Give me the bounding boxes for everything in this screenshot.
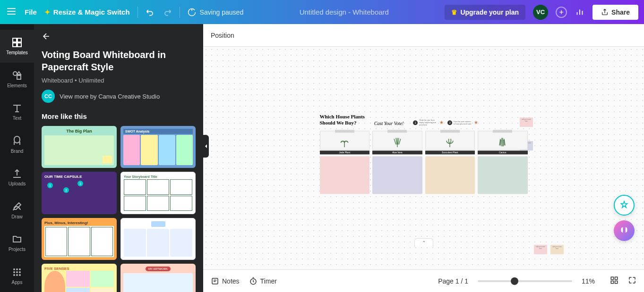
fullscreen-button[interactable]: [628, 276, 636, 286]
analytics-button[interactable]: [575, 6, 585, 18]
wb-title-line1: Which House Plants: [320, 114, 365, 120]
more-like-this-heading: More like this: [42, 112, 196, 120]
nav-label: Brand: [11, 149, 24, 154]
notes-label: Notes: [222, 277, 240, 285]
thumb-title: The Big Plan: [44, 129, 114, 133]
menu-icon[interactable]: [6, 6, 17, 19]
step-number: 1: [413, 120, 418, 125]
nav-label: Projects: [9, 247, 26, 252]
ai-assistant-button[interactable]: [614, 195, 635, 216]
svg-rect-25: [611, 277, 613, 279]
plant-label: Jade Plant: [320, 151, 370, 155]
whiteboard-content[interactable]: Which House Plants Should We Buy? Cast Y…: [320, 114, 528, 194]
file-menu[interactable]: File: [25, 8, 37, 16]
nav-uploads[interactable]: Uploads: [0, 161, 34, 194]
timer-button[interactable]: Timer: [249, 277, 277, 285]
nav-brand[interactable]: Brand: [0, 128, 34, 161]
sticky-note[interactable]: add your name here: [550, 245, 564, 254]
nav-label: Text: [13, 116, 21, 121]
svg-rect-9: [17, 43, 21, 47]
thumb-title: SWOT Analysis: [123, 129, 193, 134]
undo-button[interactable]: [146, 8, 155, 17]
svg-rect-27: [611, 281, 613, 283]
upgrade-label: Upgrade your plan: [460, 8, 519, 16]
svg-rect-7: [17, 38, 21, 42]
svg-rect-28: [615, 281, 618, 283]
resize-magic-switch-button[interactable]: ✦ Resize & Magic Switch: [44, 8, 130, 17]
nav-label: Apps: [12, 280, 23, 285]
position-button[interactable]: Position: [211, 32, 234, 39]
sticky-note[interactable]: add your name here: [534, 245, 547, 254]
template-meta: Whiteboard • Unlimited: [42, 77, 196, 84]
plant-label: Succulent Plant: [425, 151, 475, 155]
nav-text[interactable]: Text: [0, 95, 34, 128]
plant-label: Aloe Vera: [372, 151, 422, 155]
plant-photo: [372, 131, 422, 150]
share-label: Share: [611, 8, 630, 16]
template-thumbnail[interactable]: Your Storyboard Title: [120, 172, 196, 214]
canva-assistant-button[interactable]: [614, 220, 635, 241]
svg-point-14: [19, 268, 21, 270]
thumb-title: MY ARTWORK: [146, 267, 171, 271]
svg-point-17: [19, 271, 21, 273]
templates-panel: Voting Board Whiteboard in Papercraft St…: [34, 24, 203, 292]
svg-point-19: [16, 274, 18, 276]
vote-area: [372, 157, 422, 194]
template-thumbnail[interactable]: FIVE SENSES: [42, 264, 117, 292]
star-icon: ★: [474, 120, 478, 125]
plant-photo: [425, 131, 475, 150]
template-thumbnail[interactable]: The Big Plan: [42, 126, 117, 168]
svg-rect-26: [615, 277, 618, 279]
step-text: Grab the star from sticky and bring one …: [419, 119, 438, 126]
resize-label: Resize & Magic Switch: [53, 8, 130, 16]
crown-icon: ♛: [451, 8, 457, 16]
vote-area: [478, 157, 528, 194]
nav-projects[interactable]: Projects: [0, 226, 34, 259]
vote-area: [425, 157, 475, 194]
template-title: Voting Board Whiteboard in Papercraft St…: [42, 49, 196, 73]
plant-photo: [478, 131, 528, 150]
thumb-title: OUR TIME CAPSULE: [44, 175, 114, 179]
zoom-slider[interactable]: [478, 280, 572, 282]
svg-point-15: [13, 271, 15, 273]
nav-label: Draw: [11, 214, 22, 219]
template-thumbnail[interactable]: [120, 218, 196, 260]
design-title[interactable]: Untitled design - Whiteboard: [251, 8, 437, 16]
template-thumbnail[interactable]: Plus, Minus, Interesting!: [42, 218, 117, 260]
user-avatar[interactable]: VC: [533, 5, 548, 20]
template-thumbnail[interactable]: MY ARTWORK: [120, 264, 196, 292]
sparkle-icon: ✦: [44, 8, 51, 17]
template-thumbnail[interactable]: OUR TIME CAPSULE 1 2 3: [42, 172, 117, 214]
zoom-thumb[interactable]: [511, 277, 518, 285]
redo-button[interactable]: [163, 8, 172, 17]
thumb-title: Plus, Minus, Interesting!: [44, 221, 114, 225]
nav-draw[interactable]: Draw: [0, 194, 34, 227]
svg-point-13: [16, 268, 18, 270]
add-collaborator-button[interactable]: +: [556, 7, 567, 18]
saving-status[interactable]: Saving paused: [188, 8, 244, 17]
svg-point-20: [19, 274, 21, 276]
grid-view-button[interactable]: [610, 276, 618, 286]
author-badge: CC: [42, 90, 55, 103]
divider: [137, 7, 138, 18]
step-text: Use the vote column to cast your one vot…: [454, 120, 472, 125]
svg-rect-11: [17, 75, 21, 79]
zoom-percentage[interactable]: 11%: [582, 277, 601, 285]
nav-apps[interactable]: Apps: [0, 259, 34, 292]
page-indicator[interactable]: Page 1 / 1: [438, 277, 468, 285]
upgrade-button[interactable]: ♛ Upgrade your plan: [445, 5, 525, 20]
notes-button[interactable]: Notes: [211, 277, 240, 285]
page-panel-toggle[interactable]: ⌃: [414, 238, 433, 247]
back-button[interactable]: [42, 32, 51, 43]
divider: [180, 7, 180, 18]
nav-templates[interactable]: Templates: [0, 30, 34, 63]
svg-point-16: [16, 271, 18, 273]
collapse-panel-button[interactable]: [203, 135, 209, 158]
author-link[interactable]: CC View more by Canva Creative Studio: [42, 90, 196, 103]
nav-elements[interactable]: Elements: [0, 63, 34, 96]
canvas[interactable]: add your name here add your name here ad…: [203, 47, 644, 269]
template-thumbnail[interactable]: SWOT Analysis: [120, 126, 196, 168]
share-button[interactable]: Share: [592, 5, 638, 20]
plant-label: Cactus: [478, 151, 528, 155]
star-icon: ★: [439, 120, 444, 125]
